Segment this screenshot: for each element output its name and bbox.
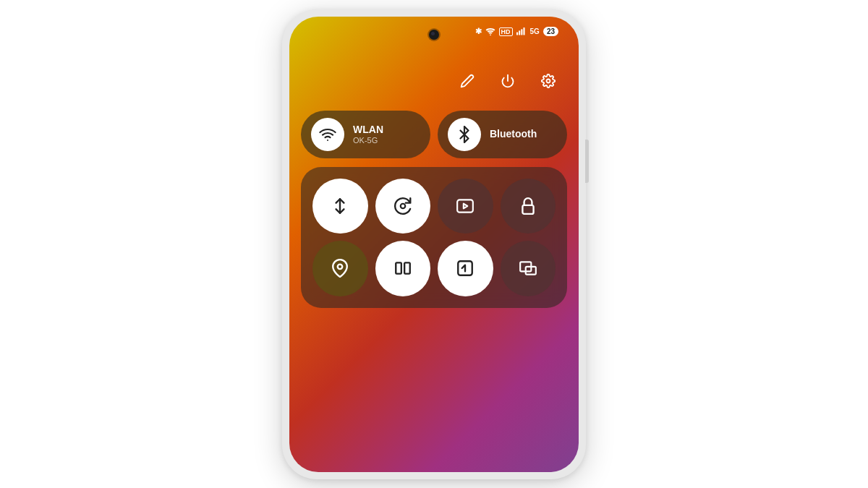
svg-rect-11 bbox=[522, 205, 533, 214]
svg-point-6 bbox=[547, 79, 550, 82]
wlan-text: WLAN OK-5G bbox=[353, 124, 383, 145]
battery-badge: 23 bbox=[543, 27, 558, 36]
auto-rotate-btn[interactable] bbox=[375, 179, 431, 234]
wlan-toggle[interactable]: WLAN OK-5G bbox=[301, 111, 430, 158]
bluetooth-icon-circle bbox=[448, 118, 481, 151]
power-button[interactable] bbox=[585, 140, 589, 183]
lock-btn[interactable] bbox=[501, 179, 556, 234]
wifi-status-icon bbox=[485, 27, 495, 37]
svg-rect-14 bbox=[404, 263, 410, 274]
bluetooth-status-icon: ✱ bbox=[475, 27, 482, 36]
data-toggle-btn[interactable] bbox=[312, 179, 368, 234]
phone-mockup: ✱ HD bbox=[282, 9, 586, 479]
hd-label: HD bbox=[499, 27, 513, 36]
toggle-row: WLAN OK-5G Bluetooth bbox=[301, 111, 567, 158]
signal-icon bbox=[516, 27, 527, 37]
bluetooth-text: Bluetooth bbox=[490, 128, 537, 140]
svg-point-0 bbox=[490, 34, 491, 35]
edit-icon[interactable] bbox=[457, 71, 477, 91]
grid-row-1 bbox=[312, 179, 556, 234]
grid-panel bbox=[301, 167, 567, 308]
svg-rect-4 bbox=[523, 27, 524, 35]
dolby-btn[interactable] bbox=[375, 241, 431, 296]
svg-point-9 bbox=[401, 204, 406, 209]
wlan-title: WLAN bbox=[353, 124, 383, 136]
bluetooth-title: Bluetooth bbox=[490, 128, 537, 140]
location-btn[interactable] bbox=[312, 241, 368, 296]
wlan-subtitle: OK-5G bbox=[353, 136, 383, 145]
network-label: 5G bbox=[530, 27, 540, 35]
svg-point-7 bbox=[327, 140, 328, 141]
svg-rect-10 bbox=[457, 200, 473, 212]
svg-rect-1 bbox=[516, 32, 518, 35]
status-bar: ✱ HD bbox=[475, 27, 558, 37]
svg-point-12 bbox=[338, 265, 343, 270]
settings-icon[interactable] bbox=[538, 71, 558, 91]
front-camera bbox=[429, 30, 439, 40]
wlan-icon-circle bbox=[311, 118, 344, 151]
svg-rect-13 bbox=[396, 263, 401, 274]
cast-btn[interactable] bbox=[501, 241, 556, 296]
svg-rect-3 bbox=[521, 29, 522, 35]
svg-rect-2 bbox=[519, 30, 520, 35]
phone-body: ✱ HD bbox=[282, 9, 586, 479]
bluetooth-toggle[interactable]: Bluetooth bbox=[438, 111, 567, 158]
clock-btn[interactable] bbox=[438, 241, 493, 296]
grid-row-2 bbox=[312, 241, 556, 296]
phone-screen: ✱ HD bbox=[289, 17, 579, 472]
quick-tiles: WLAN OK-5G Bluetooth bbox=[301, 111, 567, 308]
screen-record-btn[interactable] bbox=[438, 179, 493, 234]
power-icon[interactable] bbox=[498, 71, 518, 91]
quick-icons-row bbox=[457, 71, 558, 91]
